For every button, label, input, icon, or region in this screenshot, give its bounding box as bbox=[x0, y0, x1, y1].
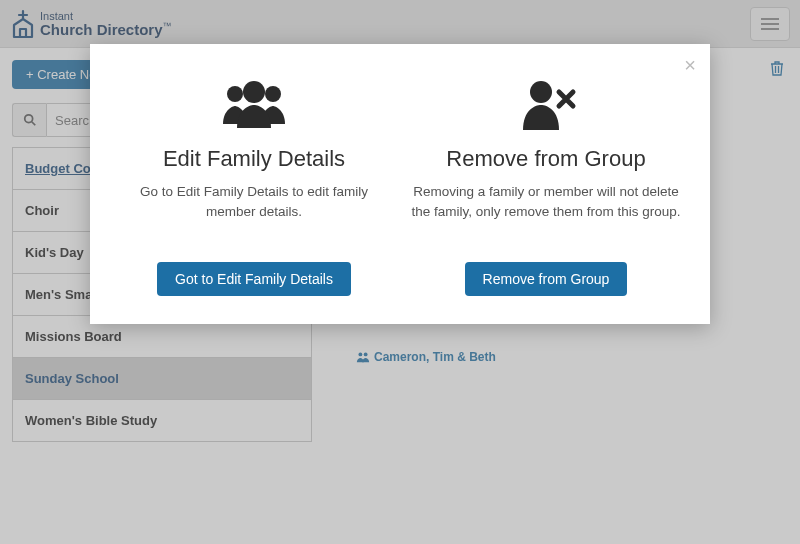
svg-point-6 bbox=[243, 81, 265, 103]
svg-point-4 bbox=[227, 86, 243, 102]
edit-desc: Go to Edit Family Details to edit family… bbox=[118, 182, 390, 240]
modal-dialog: × Edit Family Details Go to Edit Family … bbox=[90, 44, 710, 324]
edit-family-button[interactable]: Got to Edit Family Details bbox=[157, 262, 351, 296]
group-icon bbox=[215, 78, 293, 136]
user-remove-icon bbox=[511, 78, 581, 136]
edit-title: Edit Family Details bbox=[163, 146, 345, 172]
modal-edit-column: Edit Family Details Go to Edit Family De… bbox=[118, 66, 390, 296]
modal-remove-column: Remove from Group Removing a family or m… bbox=[410, 66, 682, 296]
remove-title: Remove from Group bbox=[446, 146, 645, 172]
remove-desc: Removing a family or member will not del… bbox=[410, 182, 682, 240]
svg-point-7 bbox=[530, 81, 552, 103]
remove-group-button[interactable]: Remove from Group bbox=[465, 262, 628, 296]
close-icon[interactable]: × bbox=[684, 54, 696, 77]
svg-point-5 bbox=[265, 86, 281, 102]
